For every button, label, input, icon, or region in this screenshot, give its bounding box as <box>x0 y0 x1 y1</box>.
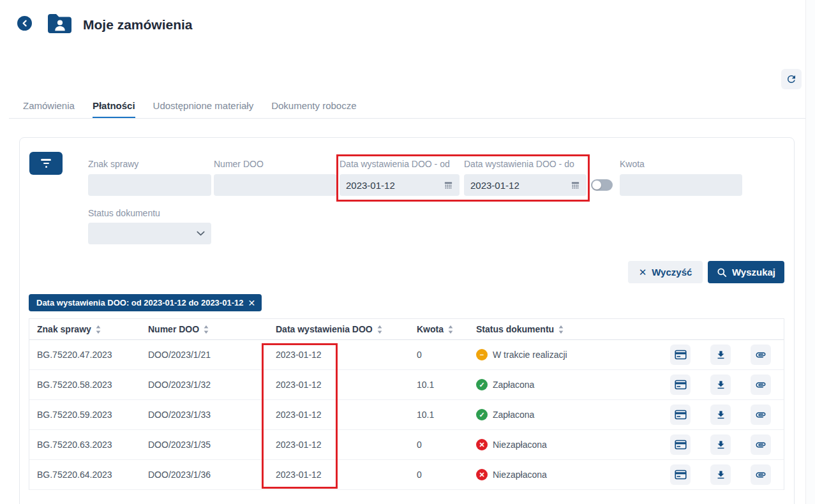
numer-doo-input[interactable] <box>214 174 337 196</box>
status-icon: ✕ <box>476 469 488 480</box>
cell-numer-doo: DOO/2023/1/21 <box>148 350 276 360</box>
column-kwota: Kwota <box>417 324 444 334</box>
sort-icon[interactable] <box>558 325 564 334</box>
toggle-knob <box>592 181 601 189</box>
row-actions <box>670 404 785 425</box>
attachment-button[interactable] <box>751 345 771 365</box>
znak-sprawy-input[interactable] <box>88 174 211 196</box>
range-toggle[interactable] <box>591 179 613 191</box>
table-row: BG.75220.58.2023 DOO/2023/1/32 2023-01-1… <box>29 370 784 400</box>
cell-znak-sprawy: BG.75220.58.2023 <box>29 380 148 390</box>
status-dokumentu-label: Status dokumentu <box>88 208 160 218</box>
table-row: BG.75220.63.2023 DOO/2023/1/35 2023-01-1… <box>29 430 784 460</box>
payments-table: Znak sprawy Numer DOO Data wystawienia D… <box>29 318 784 490</box>
table-header: Znak sprawy Numer DOO Data wystawienia D… <box>29 319 784 340</box>
tab[interactable]: Dokumenty robocze <box>271 100 356 119</box>
cell-znak-sprawy: BG.75220.64.2023 <box>29 470 148 480</box>
status-badge: ✓ Zapłacona <box>476 379 670 390</box>
cell-numer-doo: DOO/2023/1/36 <box>148 470 276 480</box>
sort-icon[interactable] <box>377 325 382 334</box>
page: Moje zamówienia ZamówieniaPłatnościUdost… <box>0 0 815 504</box>
cell-kwota: 0 <box>417 470 476 480</box>
sort-icon[interactable] <box>204 325 209 334</box>
table-row: BG.75220.47.2023 DOO/2023/1/21 2023-01-1… <box>29 340 784 370</box>
attachment-button[interactable] <box>751 464 771 485</box>
attachment-icon <box>755 379 766 390</box>
credit-card-icon <box>675 380 687 390</box>
cell-status: ✕ Niezapłacona <box>476 439 670 450</box>
payment-card-button[interactable] <box>670 374 691 395</box>
znak-sprawy-label: Znak sprawy <box>88 159 138 169</box>
clear-button[interactable]: ✕ Wyczyść <box>628 261 703 283</box>
cell-numer-doo: DOO/2023/1/35 <box>148 440 276 450</box>
cell-numer-doo: DOO/2023/1/32 <box>148 380 276 390</box>
row-actions <box>670 345 785 365</box>
attachment-icon <box>755 409 766 420</box>
status-icon: ✓ <box>476 379 488 390</box>
status-badge: ✕ Niezapłacona <box>476 439 670 450</box>
refresh-button[interactable] <box>781 69 802 89</box>
row-actions <box>670 374 785 395</box>
credit-card-icon <box>675 350 687 360</box>
filter-button[interactable] <box>29 152 63 175</box>
chevron-left-icon <box>22 20 28 27</box>
column-status: Status dokumentu <box>476 324 554 334</box>
row-actions <box>670 464 785 485</box>
cell-data-wystawienia: 2023-01-12 <box>276 440 417 450</box>
data-do-input[interactable]: 2023-01-12 <box>464 174 587 196</box>
download-button[interactable] <box>710 464 731 485</box>
sort-icon[interactable] <box>96 325 101 334</box>
cell-data-wystawienia: 2023-01-12 <box>276 470 417 480</box>
download-button[interactable] <box>710 434 731 455</box>
payments-panel: Znak sprawy Numer DOO Data wystawienia D… <box>19 137 795 504</box>
kwota-input[interactable] <box>620 174 742 196</box>
attachment-button[interactable] <box>751 404 771 425</box>
data-od-input[interactable]: 2023-01-12 <box>340 174 460 196</box>
search-button[interactable]: Wyszukaj <box>708 261 784 283</box>
tabs: ZamówieniaPłatnościUdostępnione materiał… <box>23 100 357 119</box>
cell-data-wystawienia: 2023-01-12 <box>276 350 417 360</box>
chevron-down-icon <box>197 231 205 236</box>
tab[interactable]: Zamówienia <box>23 100 75 119</box>
cell-kwota: 10.1 <box>417 410 476 420</box>
column-numer-doo: Numer DOO <box>148 324 199 334</box>
attachment-button[interactable] <box>751 374 771 395</box>
download-button[interactable] <box>710 404 731 425</box>
data-do-label: Data wystawienia DOO - do <box>464 159 574 169</box>
attachment-button[interactable] <box>751 434 771 455</box>
calendar-icon[interactable] <box>444 181 453 190</box>
scrollbar[interactable] <box>805 0 815 504</box>
status-badge: ✓ Zapłacona <box>476 409 670 420</box>
numer-doo-label: Numer DOO <box>214 159 264 169</box>
download-icon <box>715 470 726 480</box>
payment-card-button[interactable] <box>670 345 691 365</box>
cell-data-wystawienia: 2023-01-12 <box>276 380 417 390</box>
back-button[interactable] <box>17 16 32 31</box>
clear-icon: ✕ <box>639 267 647 278</box>
payment-card-button[interactable] <box>670 464 691 485</box>
payment-card-button[interactable] <box>670 404 691 425</box>
attachment-icon <box>755 349 766 360</box>
cell-kwota: 0 <box>417 350 476 360</box>
credit-card-icon <box>675 410 687 420</box>
calendar-icon[interactable] <box>571 181 580 190</box>
credit-card-icon <box>675 440 687 450</box>
attachment-icon <box>755 469 766 480</box>
tab[interactable]: Udostępnione materiały <box>153 100 254 119</box>
download-button[interactable] <box>710 374 731 395</box>
payment-card-button[interactable] <box>670 434 691 455</box>
column-data-wystawienia: Data wystawienia DOO <box>276 324 373 334</box>
cell-numer-doo: DOO/2023/1/33 <box>148 410 276 420</box>
sort-icon[interactable] <box>448 325 453 334</box>
chip-close-icon[interactable]: ✕ <box>248 298 255 308</box>
download-icon <box>715 380 726 390</box>
cell-kwota: 0 <box>417 440 476 450</box>
download-button[interactable] <box>710 345 731 365</box>
credit-card-icon <box>675 470 687 480</box>
tab[interactable]: Płatności <box>93 100 135 119</box>
cell-znak-sprawy: BG.75220.59.2023 <box>29 410 148 420</box>
status-dokumentu-select[interactable] <box>88 223 211 244</box>
status-badge: ✕ Niezapłacona <box>476 469 670 480</box>
active-filter-chip: Data wystawienia DOO: od 2023-01-12 do 2… <box>29 294 262 311</box>
cell-znak-sprawy: BG.75220.63.2023 <box>29 440 148 450</box>
